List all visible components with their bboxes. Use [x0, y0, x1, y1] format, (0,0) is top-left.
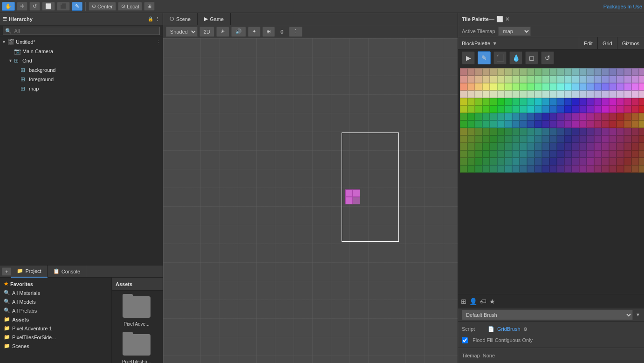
tile-cell-9-3[interactable]: [482, 135, 490, 143]
tile-cell-2-8[interactable]: [520, 83, 527, 91]
tile-cell-9-11[interactable]: [542, 135, 549, 143]
tile-cell-4-2[interactable]: [475, 98, 482, 105]
tile-cell-5-22[interactable]: [624, 105, 631, 113]
tile-cell-1-18[interactable]: [594, 76, 602, 83]
tile-cell-1-5[interactable]: [497, 76, 505, 83]
script-value[interactable]: GridBrush: [497, 326, 521, 332]
tile-cell-12-24[interactable]: [639, 158, 644, 165]
palette-tag-icon[interactable]: 🏷: [480, 298, 486, 305]
tile-cell-9-9[interactable]: [527, 135, 534, 143]
tile-cell-5-17[interactable]: [587, 105, 594, 113]
tile-cell-13-17[interactable]: [587, 165, 594, 173]
tile-cell-10-14[interactable]: [564, 143, 572, 150]
tree-item-map[interactable]: ⊞ map: [0, 84, 163, 93]
tile-cell-10-13[interactable]: [557, 143, 564, 150]
tile-cell-3-19[interactable]: [602, 91, 609, 98]
tile-cell-13-15[interactable]: [572, 165, 579, 173]
tile-cell-13-5[interactable]: [497, 165, 505, 173]
tile-cell-13-6[interactable]: [505, 165, 512, 173]
flood-fill-checkbox[interactable]: [462, 337, 468, 343]
tile-cell-8-21[interactable]: [617, 128, 624, 135]
tile-cell-9-6[interactable]: [505, 135, 512, 143]
tile-cell-10-15[interactable]: [572, 143, 579, 150]
tile-cell-3-10[interactable]: [534, 91, 542, 98]
tile-cell-2-18[interactable]: [594, 83, 602, 91]
tile-cell-6-3[interactable]: [482, 113, 490, 120]
tile-cell-10-10[interactable]: [534, 143, 542, 150]
tile-cell-13-1[interactable]: [467, 165, 475, 173]
tile-cell-7-2[interactable]: [475, 120, 482, 128]
tile-cell-1-17[interactable]: [587, 76, 594, 83]
tile-cell-4-22[interactable]: [624, 98, 631, 105]
tile-cell-13-18[interactable]: [594, 165, 602, 173]
tile-cell-10-12[interactable]: [549, 143, 557, 150]
tile-cell-5-12[interactable]: [549, 105, 557, 113]
tile-cell-0-0[interactable]: [460, 68, 467, 76]
palette-select-btn[interactable]: ▶: [462, 51, 475, 64]
tile-cell-0-2[interactable]: [475, 68, 482, 76]
all-materials-item[interactable]: 🔍 All Materials: [0, 288, 111, 297]
tile-cell-7-12[interactable]: [549, 120, 557, 128]
tile-cell-12-20[interactable]: [609, 158, 617, 165]
tile-cell-6-12[interactable]: [549, 113, 557, 120]
tile-cell-12-3[interactable]: [482, 158, 490, 165]
tile-cell-7-3[interactable]: [482, 120, 490, 128]
tile-cell-4-0[interactable]: [460, 98, 467, 105]
tile-cell-2-4[interactable]: [490, 83, 497, 91]
audio-btn[interactable]: 🔊: [231, 27, 246, 37]
tile-cell-7-18[interactable]: [594, 120, 602, 128]
tile-cell-2-9[interactable]: [527, 83, 534, 91]
tile-cell-4-17[interactable]: [587, 98, 594, 105]
tile-cell-9-8[interactable]: [520, 135, 527, 143]
tile-cell-13-0[interactable]: [460, 165, 467, 173]
tree-item-untitled[interactable]: ▼ 🎬 Untitled* ⋮: [0, 37, 163, 47]
tree-item-main-camera[interactable]: 📷 Main Camera: [0, 47, 163, 56]
tile-cell-11-11[interactable]: [542, 150, 549, 158]
tile-cell-11-18[interactable]: [594, 150, 602, 158]
tab-gizmos[interactable]: Gizmos: [617, 37, 644, 49]
tile-cell-9-1[interactable]: [467, 135, 475, 143]
tile-cell-7-11[interactable]: [542, 120, 549, 128]
center-btn[interactable]: ⊙ Center: [89, 2, 116, 11]
tile-cell-8-16[interactable]: [579, 128, 587, 135]
tile-cell-1-1[interactable]: [467, 76, 475, 83]
tile-cell-12-6[interactable]: [505, 158, 512, 165]
tile-cell-10-0[interactable]: [460, 143, 467, 150]
scene-view[interactable]: [163, 38, 458, 363]
packages-bar[interactable]: Packages In Use: [603, 4, 642, 9]
tile-cell-10-19[interactable]: [602, 143, 609, 150]
tile-cell-9-21[interactable]: [617, 135, 624, 143]
hierarchy-menu-icon[interactable]: ⋮: [155, 16, 160, 21]
tile-cell-6-1[interactable]: [467, 113, 475, 120]
tile-cell-11-21[interactable]: [617, 150, 624, 158]
tile-cell-12-7[interactable]: [512, 158, 520, 165]
tile-cell-8-22[interactable]: [624, 128, 631, 135]
tile-cell-4-5[interactable]: [497, 98, 505, 105]
tile-cell-5-1[interactable]: [467, 105, 475, 113]
tile-cell-3-5[interactable]: [497, 91, 505, 98]
tile-cell-6-15[interactable]: [572, 113, 579, 120]
tile-cell-12-12[interactable]: [549, 158, 557, 165]
tile-cell-3-14[interactable]: [564, 91, 572, 98]
tile-cell-10-6[interactable]: [505, 143, 512, 150]
palette-paint-btn[interactable]: ✎: [478, 51, 491, 64]
tile-cell-6-2[interactable]: [475, 113, 482, 120]
tile-cell-10-17[interactable]: [587, 143, 594, 150]
tile-cell-2-2[interactable]: [475, 83, 482, 91]
tile-cell-10-9[interactable]: [527, 143, 534, 150]
tile-cell-5-6[interactable]: [505, 105, 512, 113]
tile-cell-1-24[interactable]: [639, 76, 644, 83]
tile-cell-12-10[interactable]: [534, 158, 542, 165]
tile-cell-8-7[interactable]: [512, 128, 520, 135]
tile-cell-6-23[interactable]: [631, 113, 639, 120]
tile-cell-2-23[interactable]: [631, 83, 639, 91]
rotate-tool-btn[interactable]: ↺: [29, 2, 40, 11]
tree-item-background[interactable]: ⊞ background: [0, 65, 163, 75]
tile-cell-7-14[interactable]: [564, 120, 572, 128]
tile-cell-5-24[interactable]: [639, 105, 644, 113]
tile-cell-13-7[interactable]: [512, 165, 520, 173]
tile-cell-11-5[interactable]: [497, 150, 505, 158]
tile-cell-3-0[interactable]: [460, 91, 467, 98]
tile-cell-3-16[interactable]: [579, 91, 587, 98]
tile-cell-4-6[interactable]: [505, 98, 512, 105]
